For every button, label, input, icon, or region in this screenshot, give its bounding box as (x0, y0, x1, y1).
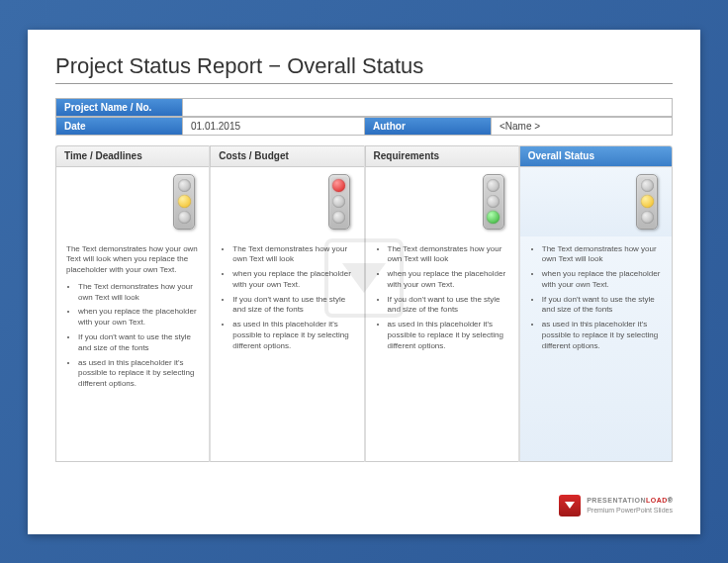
page-title: Project Status Report − Overall Status (55, 53, 673, 79)
intro-text: The Text demonstrates how your own Text … (66, 244, 199, 276)
list-item: when you replace the placeholder with yo… (388, 269, 508, 291)
divider (55, 83, 673, 84)
project-label: Project Name / No. (56, 99, 183, 116)
red-lamp (178, 179, 191, 192)
green-lamp (178, 211, 191, 224)
traffic-light-box (519, 167, 673, 236)
column-header: Requirements (365, 145, 518, 167)
brand-tagline: Premium PowerPoint Slides (587, 507, 673, 514)
list-item: The Text demonstrates how your own Text … (388, 244, 508, 266)
yellow-lamp (641, 195, 654, 208)
column-header: Costs / Budget (210, 145, 363, 167)
author-value: <Name > (492, 118, 672, 135)
yellow-lamp (178, 195, 191, 208)
list-item: The Text demonstrates how your own Text … (78, 282, 199, 304)
list-item: If you don't want to use the style and s… (78, 332, 199, 354)
traffic-light-icon (328, 174, 350, 230)
traffic-light-box (55, 167, 209, 236)
list-item: If you don't want to use the style and s… (542, 295, 662, 317)
traffic-light-icon (636, 174, 658, 230)
author-label: Author (365, 118, 492, 135)
traffic-light-icon (483, 174, 504, 230)
status-column: Overall StatusThe Text demonstrates how … (519, 145, 673, 462)
date-value: 01.01.2015 (183, 118, 365, 135)
list-item: when you replace the placeholder with yo… (542, 269, 662, 291)
green-lamp (641, 211, 654, 224)
yellow-lamp (332, 195, 345, 208)
logo-icon (559, 495, 581, 516)
bullet-list: The Text demonstrates how your own Text … (530, 244, 662, 352)
watermark-icon (324, 238, 404, 318)
brand-part1: PRESENTATION (587, 497, 646, 504)
yellow-lamp (487, 195, 500, 208)
footer-brand: PRESENTATIONLOAD® Premium PowerPoint Sli… (559, 495, 673, 516)
status-column: Time / DeadlinesThe Text demonstrates ho… (55, 145, 210, 462)
column-body: The Text demonstrates how your own Text … (55, 236, 209, 462)
column-header: Overall Status (519, 145, 673, 167)
green-lamp (332, 211, 345, 224)
list-item: as used in this placeholder it's possibl… (232, 320, 353, 351)
list-item: If you don't want to use the style and s… (388, 295, 508, 317)
traffic-light-box (365, 167, 518, 236)
slide: Project Status Report − Overall Status P… (28, 30, 700, 534)
list-item: as used in this placeholder it's possibl… (542, 320, 662, 351)
date-label: Date (56, 118, 183, 135)
column-header: Time / Deadlines (55, 145, 209, 167)
brand-part2: LOAD (646, 497, 668, 504)
logo-text: PRESENTATIONLOAD® Premium PowerPoint Sli… (587, 496, 673, 516)
traffic-light-icon (173, 174, 195, 230)
list-item: The Text demonstrates how your own Text … (542, 244, 662, 266)
red-lamp (641, 179, 654, 192)
list-item: as used in this placeholder it's possibl… (78, 358, 199, 390)
list-item: as used in this placeholder it's possibl… (388, 320, 508, 351)
bullet-list: The Text demonstrates how your own Text … (66, 282, 199, 390)
list-item: when you replace the placeholder with yo… (78, 307, 199, 328)
column-body: The Text demonstrates how your own Text … (519, 236, 673, 462)
project-value (183, 99, 672, 116)
green-lamp (487, 211, 500, 224)
red-lamp (487, 179, 500, 192)
red-lamp (332, 179, 345, 192)
traffic-light-box (210, 167, 363, 236)
project-row: Project Name / No. (55, 98, 673, 117)
date-author-row: Date 01.01.2015 Author <Name > (55, 117, 673, 136)
